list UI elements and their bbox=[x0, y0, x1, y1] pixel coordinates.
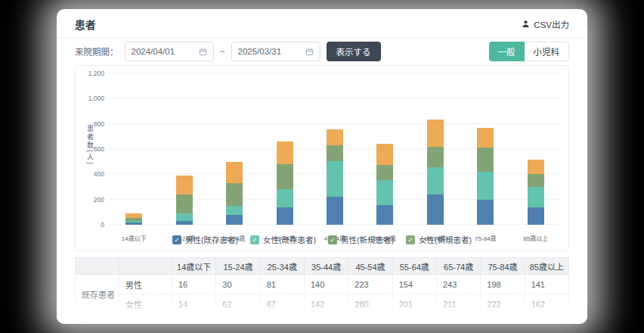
y-tick-label: 0 bbox=[79, 221, 104, 229]
table-header-cell: 25-34歳 bbox=[260, 258, 304, 275]
bar-segment bbox=[477, 172, 494, 200]
bar-segment bbox=[477, 128, 494, 148]
value-cell: 198 bbox=[481, 275, 525, 294]
controls-row: 来院期間： 2024/04/01 ~ 2025/03/31 bbox=[57, 38, 587, 65]
date-range-tilde: ~ bbox=[220, 46, 225, 57]
tab-general[interactable]: 一般 bbox=[489, 42, 525, 61]
value-cell: 67 bbox=[260, 294, 304, 314]
table-header-cell bbox=[76, 258, 119, 275]
bar-segment bbox=[277, 189, 293, 207]
checkbox-checked-icon[interactable]: ✓ bbox=[250, 235, 259, 244]
bar-segment bbox=[176, 195, 193, 213]
value-cell: 280 bbox=[348, 294, 392, 314]
date-from-value: 2024/04/01 bbox=[132, 47, 175, 56]
legend-label: 女性(既存患者) bbox=[263, 234, 316, 245]
value-cell: 223 bbox=[348, 275, 392, 294]
bar-segment bbox=[226, 162, 243, 183]
patient-data-table: 14歳以下15-24歳25-34歳35-44歳45-54歳55-64歳65-74… bbox=[75, 257, 569, 324]
bar-segment bbox=[327, 161, 343, 197]
csv-export-button[interactable]: CSV出力 bbox=[522, 18, 569, 30]
bar-segment bbox=[528, 160, 544, 174]
bar-segment bbox=[226, 206, 243, 214]
value-cell: 62 bbox=[216, 294, 260, 314]
bar-segment bbox=[277, 142, 293, 164]
table-header-cell: 75-84歳 bbox=[481, 258, 525, 275]
department-tabs: 一般 小児科 bbox=[489, 42, 570, 61]
bar-segment bbox=[327, 129, 343, 145]
value-cell: 162 bbox=[525, 294, 568, 314]
bar-segment bbox=[176, 176, 193, 195]
gridline bbox=[109, 123, 561, 124]
stacked-bar-55-64歳 bbox=[376, 144, 393, 225]
bar-segment bbox=[327, 145, 343, 161]
show-button[interactable]: 表示する bbox=[327, 42, 381, 61]
date-from-input[interactable]: 2024/04/01 bbox=[125, 42, 214, 61]
legend-label: 男性(既存患者) bbox=[185, 234, 238, 245]
bar-segment bbox=[427, 167, 444, 194]
calendar-icon bbox=[305, 48, 314, 56]
y-tick-label: 800 bbox=[79, 120, 104, 128]
csv-export-label: CSV出力 bbox=[534, 18, 569, 30]
table-header-cell: 55-64歳 bbox=[392, 258, 436, 275]
bar-segment bbox=[125, 223, 142, 225]
value-cell: 25 bbox=[172, 314, 216, 325]
table-row: 既存患者男性163081140223154243198141 bbox=[76, 275, 569, 294]
legend-label: 男性(新規患者) bbox=[341, 234, 394, 245]
bar-segment bbox=[176, 221, 193, 225]
value-cell: 14 bbox=[172, 294, 216, 314]
checkbox-checked-icon[interactable]: ✓ bbox=[172, 235, 181, 244]
value-cell: 100 bbox=[525, 314, 568, 325]
bar-segment bbox=[277, 207, 293, 225]
patient-dashboard-card: 患者 CSV出力 来院期間： 2024/04/01 ~ bbox=[57, 9, 587, 324]
card-header: 患者 CSV出力 bbox=[57, 9, 587, 38]
bar-segment bbox=[477, 200, 494, 225]
gender-cell: 男性 bbox=[119, 275, 172, 294]
value-cell: 165 bbox=[436, 314, 480, 325]
stacked-bar-plot: 02004006008001,0001,20014歳以下15-24歳25-34歳… bbox=[109, 73, 561, 225]
legend-checkbox-item[interactable]: ✓女性(新規患者) bbox=[406, 234, 472, 245]
y-tick-label: 1,200 bbox=[79, 70, 104, 77]
table-row: 女性146267142280201211222162 bbox=[76, 294, 569, 314]
stacked-bar-14歳以下 bbox=[125, 213, 142, 225]
date-to-value: 2025/03/31 bbox=[238, 47, 282, 56]
checkbox-checked-icon[interactable]: ✓ bbox=[406, 235, 415, 244]
chart-legend: ✓男性(既存患者)✓女性(既存患者)✓男性(新規患者)✓女性(新規患者) bbox=[76, 234, 568, 245]
legend-checkbox-item[interactable]: ✓女性(既存患者) bbox=[250, 234, 316, 245]
tab-pediatrics[interactable]: 小児科 bbox=[525, 42, 570, 61]
table-header-cell: 14歳以下 bbox=[172, 258, 216, 275]
bar-segment bbox=[528, 207, 544, 226]
stacked-bar-35-44歳 bbox=[277, 142, 293, 225]
checkbox-checked-icon[interactable]: ✓ bbox=[328, 235, 337, 244]
bar-segment bbox=[376, 205, 393, 225]
bar-segment bbox=[226, 183, 243, 206]
bar-segment bbox=[376, 180, 393, 206]
gridline bbox=[109, 73, 561, 73]
table-header-cell bbox=[119, 258, 172, 275]
y-tick-label: 600 bbox=[79, 145, 104, 153]
table-header-cell: 45-54歳 bbox=[348, 258, 392, 275]
row-group-label: 新規患者 bbox=[76, 314, 119, 325]
bar-segment bbox=[176, 213, 193, 221]
date-to-input[interactable]: 2025/03/31 bbox=[231, 42, 320, 61]
bar-segment bbox=[427, 147, 444, 168]
legend-label: 女性(新規患者) bbox=[419, 234, 472, 245]
stacked-bar-45-54歳 bbox=[327, 129, 343, 225]
table-header-cell: 85歳以上 bbox=[525, 258, 568, 275]
y-tick-label: 400 bbox=[79, 170, 104, 178]
legend-checkbox-item[interactable]: ✓男性(新規患者) bbox=[328, 234, 394, 245]
value-cell: 81 bbox=[260, 275, 304, 294]
patient-chart-panel: 患者数(人) 02004006008001,0001,20014歳以下15-24… bbox=[75, 65, 569, 251]
value-cell: 142 bbox=[304, 294, 348, 314]
bar-segment bbox=[327, 197, 343, 225]
value-cell: 150 bbox=[216, 314, 260, 325]
legend-checkbox-item[interactable]: ✓男性(既存患者) bbox=[172, 234, 238, 245]
value-cell: 128 bbox=[348, 314, 392, 325]
value-cell: 16 bbox=[172, 275, 216, 294]
stacked-bar-85歳以上 bbox=[528, 160, 544, 225]
value-cell: 200 bbox=[304, 314, 348, 325]
value-cell: 120 bbox=[392, 314, 436, 325]
period-label: 来院期間： bbox=[75, 45, 119, 58]
value-cell: 140 bbox=[304, 275, 348, 294]
table-row: 新規患者男性25150180200128120165190100 bbox=[76, 314, 569, 325]
value-cell: 201 bbox=[392, 294, 436, 314]
